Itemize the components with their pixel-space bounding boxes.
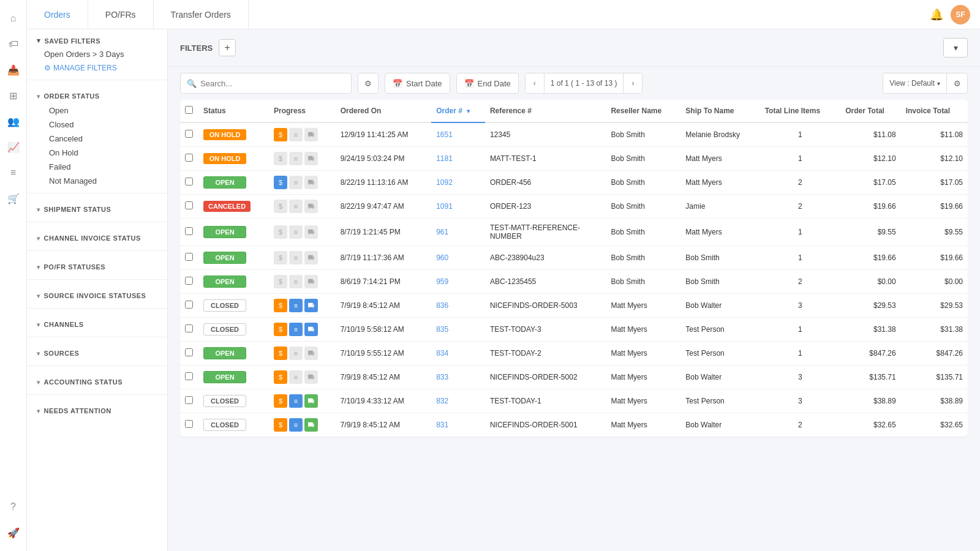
- accounting-status-header[interactable]: ▾ ACCOUNTING STATUS: [37, 375, 157, 389]
- row-checkbox[interactable]: [185, 348, 193, 356]
- progress-icons: $≡⛟: [274, 128, 331, 141]
- sidebar-item-on-hold[interactable]: On Hold: [37, 146, 157, 160]
- cart-icon[interactable]: 🛒: [2, 187, 24, 209]
- reseller-name: Bob Smith: [606, 219, 680, 246]
- order-total: $19.66: [840, 246, 901, 270]
- document-icon: ≡: [289, 225, 303, 239]
- row-checkbox[interactable]: [185, 201, 193, 209]
- users-icon[interactable]: 👥: [2, 110, 24, 132]
- row-checkbox[interactable]: [185, 253, 193, 261]
- pofr-statuses-header[interactable]: ▾ PO/FR STATUSES: [37, 260, 157, 274]
- order-number[interactable]: 831: [431, 413, 485, 437]
- row-checkbox[interactable]: [185, 277, 193, 285]
- inbox-icon[interactable]: 📥: [2, 59, 24, 81]
- order-total: $31.38: [840, 318, 901, 342]
- document-icon: ≡: [289, 394, 303, 408]
- ship-to-name: Bob Smith: [680, 270, 760, 294]
- order-number[interactable]: 834: [431, 342, 485, 365]
- prev-page-button[interactable]: ‹: [526, 73, 544, 94]
- order-number[interactable]: 1091: [431, 195, 485, 219]
- order-number[interactable]: 960: [431, 246, 485, 270]
- help-icon[interactable]: ?: [2, 496, 24, 518]
- document-icon: ≡: [289, 251, 303, 264]
- ship-to-name: Bob Walter: [680, 413, 760, 437]
- start-date-picker[interactable]: 📅 Start Date: [385, 73, 450, 94]
- tag-icon[interactable]: 🏷: [2, 33, 24, 55]
- order-number[interactable]: 959: [431, 270, 485, 294]
- search-icon: 🔍: [187, 79, 197, 88]
- chart-icon[interactable]: 📈: [2, 136, 24, 158]
- top-nav: Orders PO/FRs Transfer Orders 🔔 SF: [27, 0, 980, 29]
- saved-filter-open-orders[interactable]: Open Orders > 3 Days: [27, 47, 167, 61]
- rocket-icon[interactable]: 🚀: [2, 522, 24, 544]
- view-select[interactable]: View : Default ▾: [883, 73, 946, 94]
- ordered-on: 12/9/19 11:41:25 AM: [336, 122, 432, 147]
- ship-to-name: Matt Myers: [680, 219, 760, 246]
- calendar-icon-2: 📅: [464, 79, 474, 88]
- order-number[interactable]: 1181: [431, 147, 485, 171]
- sidebar-item-open[interactable]: Open: [37, 103, 157, 118]
- view-gear-button[interactable]: ⚙: [946, 73, 967, 94]
- sidebar-item-closed[interactable]: Closed: [37, 118, 157, 132]
- invoice-total: $135.71: [901, 365, 968, 389]
- order-number[interactable]: 1092: [431, 171, 485, 195]
- channel-invoice-header[interactable]: ▾ CHANNEL INVOICE STATUS: [37, 231, 157, 246]
- needs-attention-header[interactable]: ▾ NEEDS ATTENTION: [37, 403, 157, 418]
- tab-pofrs[interactable]: PO/FRs: [88, 0, 154, 29]
- progress-icons: $≡⛟: [274, 394, 331, 408]
- sources-header[interactable]: ▾ SOURCES: [37, 346, 157, 361]
- row-checkbox[interactable]: [185, 372, 193, 380]
- bell-icon[interactable]: 🔔: [930, 8, 943, 21]
- order-number[interactable]: 832: [431, 389, 485, 413]
- grid-icon[interactable]: ⊞: [2, 84, 24, 107]
- select-all-checkbox[interactable]: [185, 106, 193, 114]
- shipment-status-header[interactable]: ▾ SHIPMENT STATUS: [37, 202, 157, 217]
- progress-icons: $≡⛟: [274, 299, 331, 312]
- channel-invoice-section: ▾ CHANNEL INVOICE STATUS: [27, 225, 167, 248]
- total-line-items: 2: [760, 270, 840, 294]
- saved-filters-section: ▾ SAVED FILTERS: [27, 29, 167, 47]
- row-checkbox[interactable]: [185, 301, 193, 309]
- table-row: OPEN$≡⛟8/6/19 7:14:21 PM959ABC-1235455Bo…: [180, 270, 968, 294]
- home-icon[interactable]: ⌂: [2, 7, 24, 29]
- controls-bar: 🔍 ⚙ 📅 Start Date 📅 End Date ‹ 1 of 1 ( 1…: [168, 67, 980, 100]
- progress-icons: $≡⛟: [274, 323, 331, 336]
- search-gear-button[interactable]: ⚙: [358, 73, 379, 94]
- row-checkbox[interactable]: [185, 396, 193, 404]
- manage-filters-link[interactable]: ⚙ MANAGE FILTERS: [27, 61, 167, 77]
- end-date-picker[interactable]: 📅 End Date: [456, 73, 519, 94]
- progress-icons: $≡⛟: [274, 370, 331, 384]
- status-badge: ON HOLD: [203, 129, 246, 140]
- tab-transfer-orders[interactable]: Transfer Orders: [154, 0, 249, 29]
- row-checkbox[interactable]: [185, 324, 193, 332]
- sidebar-item-not-managed[interactable]: Not Managed: [37, 174, 157, 188]
- table-row: OPEN$≡⛟8/7/19 11:17:36 AM960ABC-238904u2…: [180, 246, 968, 270]
- order-number[interactable]: 833: [431, 365, 485, 389]
- order-number[interactable]: 1651: [431, 122, 485, 147]
- filter-dropdown-button[interactable]: ▾: [943, 38, 968, 58]
- sidebar-item-failed[interactable]: Failed: [37, 160, 157, 174]
- order-number[interactable]: 961: [431, 219, 485, 246]
- col-order-num[interactable]: Order # ▾: [431, 100, 485, 122]
- order-number[interactable]: 836: [431, 294, 485, 318]
- search-input[interactable]: [200, 79, 345, 88]
- chevron-down-icon: ▾: [37, 37, 41, 45]
- channels-header[interactable]: ▾ CHANNELS: [37, 317, 157, 332]
- row-checkbox[interactable]: [185, 130, 193, 138]
- total-line-items: 3: [760, 389, 840, 413]
- tab-orders[interactable]: Orders: [27, 0, 88, 29]
- row-checkbox[interactable]: [185, 420, 193, 428]
- list-icon[interactable]: ≡: [2, 162, 24, 184]
- order-number[interactable]: 835: [431, 318, 485, 342]
- truck-icon: ⛟: [304, 128, 318, 141]
- status-badge: CANCELED: [203, 201, 251, 212]
- sidebar-item-canceled[interactable]: Canceled: [37, 132, 157, 146]
- truck-icon: ⛟: [304, 225, 318, 239]
- row-checkbox[interactable]: [185, 178, 193, 186]
- order-status-header[interactable]: ▾ ORDER STATUS: [37, 89, 157, 103]
- add-filter-button[interactable]: +: [219, 39, 236, 56]
- row-checkbox[interactable]: [185, 154, 193, 162]
- source-invoice-header[interactable]: ▾ SOURCE INVOICE STATUSES: [37, 288, 157, 303]
- row-checkbox[interactable]: [185, 227, 193, 235]
- next-page-button[interactable]: ›: [624, 73, 642, 94]
